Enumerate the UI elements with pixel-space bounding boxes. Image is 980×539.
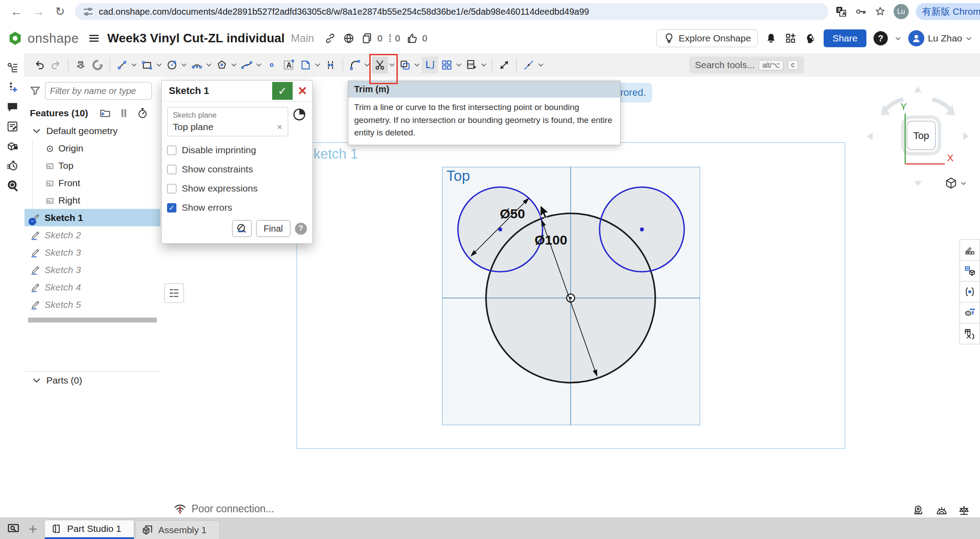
browser-reload-icon[interactable]: ↻ — [55, 5, 65, 19]
construction-dropdown[interactable] — [537, 57, 545, 74]
trim-dropdown[interactable] — [388, 57, 396, 74]
tree-item-origin[interactable]: Origin — [33, 139, 160, 157]
notes-button[interactable] — [6, 120, 19, 133]
spline-button[interactable] — [239, 57, 255, 74]
like-icon[interactable] — [406, 32, 419, 45]
tree-item-sketch-4[interactable]: Sketch 4 — [24, 278, 160, 296]
bookmark-star-icon[interactable] — [874, 5, 886, 18]
release-button[interactable] — [6, 140, 19, 152]
polygon-button[interactable] — [214, 57, 230, 74]
share-link-icon[interactable] — [324, 32, 336, 45]
trim-button[interactable] — [372, 57, 388, 74]
public-globe-icon[interactable] — [343, 32, 355, 45]
pattern-dropdown[interactable] — [455, 57, 463, 74]
checkbox[interactable] — [167, 165, 176, 174]
chevron-down-icon[interactable] — [30, 374, 43, 387]
chevron-down-icon[interactable] — [30, 125, 43, 137]
chrome-update-chip[interactable]: 有新版 Chrome 可用 ⋮ — [916, 3, 980, 20]
accept-button[interactable]: ✓ — [272, 82, 293, 100]
regen-timer-icon[interactable] — [130, 107, 149, 119]
document-menu-icon[interactable] — [88, 32, 100, 45]
redo-button[interactable] — [48, 57, 64, 74]
pattern-button[interactable] — [439, 57, 455, 74]
feature-group-row[interactable]: Default geometry — [24, 122, 160, 139]
browser-back-icon[interactable]: ← — [11, 5, 22, 19]
sketch-plane-field[interactable]: Sketch plane Top plane × — [167, 107, 288, 136]
versions-dots-icon[interactable]: ⁞ — [388, 32, 392, 45]
sketch-preview-button[interactable] — [232, 220, 252, 237]
dialog-header[interactable]: Sketch 1 ✓ ✕ — [162, 81, 312, 102]
view-cube[interactable]: Y X Top — [862, 82, 973, 192]
tree-item-top[interactable]: Top — [33, 157, 160, 174]
site-settings-icon[interactable] — [82, 5, 94, 18]
document-title[interactable]: Week3 Vinyl Cut-ZL individual — [107, 31, 285, 45]
comments-button[interactable] — [6, 101, 19, 113]
tree-item-sketch-3[interactable]: Sketch 3 — [24, 244, 160, 261]
user-menu[interactable]: Lu Zhao — [908, 30, 972, 46]
sketch-list-flyout-button[interactable] — [164, 283, 184, 303]
tree-item-right[interactable]: Right — [33, 192, 160, 209]
appearance-button[interactable] — [960, 239, 980, 261]
tree-item-sketch-2[interactable]: Sketch 2 — [24, 226, 160, 244]
named-views-button[interactable] — [960, 260, 980, 282]
browser-forward-icon[interactable]: → — [33, 5, 45, 19]
clear-selection-icon[interactable]: × — [277, 122, 282, 132]
filter-icon[interactable] — [29, 85, 41, 97]
app-store-icon[interactable] — [784, 32, 797, 45]
checkbox-row-show-errors[interactable]: ✓Show errors — [167, 202, 307, 213]
search-tools[interactable]: Search tools...alt/⌥c — [689, 57, 804, 74]
view-cube-top-face[interactable]: Top — [907, 121, 935, 150]
partial-revolve-icon[interactable] — [292, 107, 307, 122]
tree-item-sketch-5[interactable]: Sketch 5 — [24, 296, 160, 313]
explore-onshape-button[interactable]: Explore Onshape — [656, 29, 758, 47]
protractor-button[interactable] — [935, 504, 948, 517]
password-key-icon[interactable] — [854, 5, 867, 18]
insert-element-button[interactable]: + — [29, 521, 37, 536]
tape-measure-button[interactable] — [913, 504, 926, 517]
measure-tools-button[interactable] — [960, 302, 980, 323]
learning-button[interactable] — [6, 179, 19, 192]
checkbox-row-show-constraints[interactable]: Show constraints — [167, 164, 307, 175]
arc-button[interactable] — [189, 57, 205, 74]
tree-item-front[interactable]: Front — [33, 174, 160, 192]
polygon-dropdown[interactable] — [230, 57, 238, 74]
fillet-dropdown[interactable] — [363, 57, 371, 74]
use-dropdown[interactable] — [314, 57, 322, 74]
checkbox[interactable]: ✓ — [167, 203, 176, 212]
rollback-bar[interactable] — [28, 318, 157, 323]
fillet-button[interactable] — [347, 57, 363, 74]
feature-list-button[interactable] — [6, 61, 19, 74]
tab-part-studio-1[interactable]: Part Studio 1 — [45, 520, 134, 539]
point-button[interactable] — [264, 57, 280, 74]
right-ear-center-point[interactable] — [640, 228, 644, 232]
view-orbit-arcs[interactable] — [885, 99, 951, 110]
mass-properties-button[interactable] — [958, 504, 970, 517]
rectangle-dropdown[interactable] — [155, 57, 163, 74]
checkbox-row-show-expressions[interactable]: Show expressions — [167, 183, 307, 194]
undo-button[interactable] — [31, 57, 47, 74]
add-folder-icon[interactable] — [93, 107, 111, 119]
tree-item-sketch-3[interactable]: Sketch 3 — [24, 261, 160, 278]
help-caret-icon[interactable] — [895, 34, 901, 42]
share-button[interactable]: Share — [824, 29, 866, 47]
dxf-dropdown[interactable] — [480, 57, 488, 74]
copies-icon[interactable] — [361, 32, 374, 45]
versions-add-button[interactable] — [6, 81, 19, 94]
checkbox[interactable] — [167, 184, 176, 193]
final-button[interactable]: Final — [256, 220, 290, 237]
spline-dropdown[interactable] — [255, 57, 263, 74]
measure-button[interactable] — [496, 57, 512, 74]
onshape-logo[interactable]: onshape — [7, 30, 79, 46]
parts-group-row[interactable]: Parts (0) — [24, 372, 160, 389]
transform-button[interactable] — [422, 57, 438, 74]
ai-advisor-icon[interactable] — [804, 32, 817, 45]
filter-input[interactable] — [45, 82, 152, 100]
extrude-button[interactable] — [73, 57, 89, 74]
translate-icon[interactable] — [835, 5, 847, 18]
help-button[interactable]: ? — [874, 31, 888, 45]
revolve-button[interactable] — [90, 57, 106, 74]
offset-button[interactable] — [397, 57, 413, 74]
dialog-help-icon[interactable]: ? — [295, 223, 307, 235]
offset-dropdown[interactable] — [413, 57, 421, 74]
notifications-bell-icon[interactable] — [765, 32, 777, 45]
